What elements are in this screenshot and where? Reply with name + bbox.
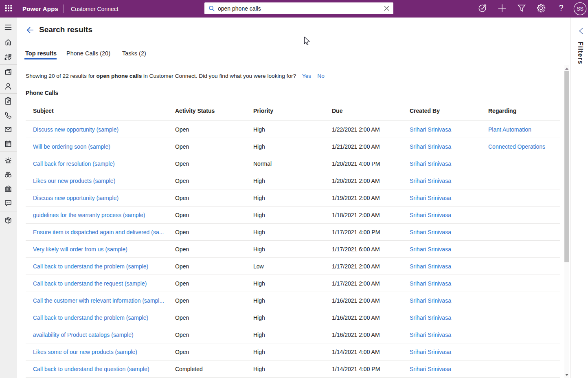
svg-text:SS: SS xyxy=(577,6,584,12)
